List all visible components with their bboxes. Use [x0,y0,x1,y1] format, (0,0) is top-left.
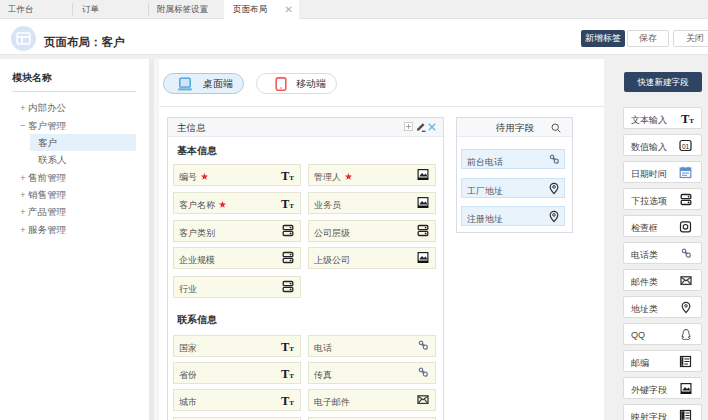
svg-text:01: 01 [682,143,690,150]
